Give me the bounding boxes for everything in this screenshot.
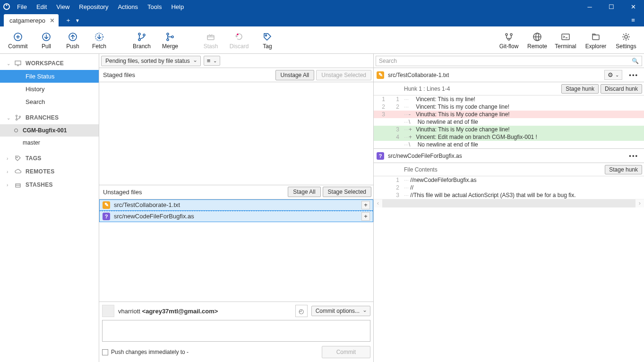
- push-button[interactable]: Push: [60, 27, 86, 53]
- svg-point-35: [17, 157, 17, 158]
- tag-icon: [14, 155, 22, 162]
- svg-point-22: [508, 38, 510, 40]
- menu-edit[interactable]: Edit: [33, 1, 51, 12]
- unstage-selected-button[interactable]: Unstage Selected: [316, 70, 371, 80]
- stage-file-button[interactable]: +: [361, 212, 370, 221]
- cloud-icon: [14, 168, 22, 175]
- window-maximize[interactable]: ☐: [601, 0, 622, 13]
- branch-master[interactable]: master: [0, 137, 99, 149]
- chevron-down-icon: ⌄: [213, 58, 217, 63]
- menu-help[interactable]: Help: [167, 1, 188, 12]
- more-icon[interactable]: •••: [626, 152, 641, 159]
- stage-selected-button[interactable]: Stage Selected: [323, 187, 371, 197]
- push-immediately-checkbox[interactable]: [102, 349, 108, 355]
- commit-box: vharriott <agrey37mtl@gmail.com> ◴ Commi…: [99, 302, 373, 362]
- menu-file[interactable]: File: [13, 1, 31, 12]
- modified-icon: ✎: [103, 201, 110, 209]
- merge-button[interactable]: Merge: [157, 27, 183, 53]
- close-icon[interactable]: ✕: [50, 17, 55, 24]
- unstage-all-button[interactable]: Unstage All: [275, 70, 315, 80]
- remotes-section[interactable]: › REMOTES: [0, 165, 99, 178]
- stashes-section[interactable]: › STASHES: [0, 178, 99, 191]
- chevron-down-icon: ▼: [75, 18, 80, 23]
- menu-view[interactable]: View: [52, 1, 73, 12]
- settings-button[interactable]: Settings: [611, 27, 641, 53]
- window-close[interactable]: ✕: [622, 0, 644, 13]
- chevron-down-icon: ⌄: [7, 61, 10, 66]
- sidebar: ⌄ WORKSPACE File Status History Search ⌄…: [0, 54, 99, 362]
- app-logo: [0, 3, 13, 10]
- staged-title: Staged files: [103, 71, 274, 78]
- commit-button[interactable]: Commit: [3, 27, 33, 53]
- pull-button[interactable]: Pull: [33, 27, 60, 53]
- hamburger-icon[interactable]: ≡: [622, 13, 644, 26]
- explorer-button[interactable]: Explorer: [581, 27, 611, 53]
- diff-file-path: src/TestCollaborate-1.txt: [388, 72, 601, 78]
- horizontal-scrollbar[interactable]: ‹›: [374, 199, 644, 207]
- hunk-label: File Contents: [376, 166, 603, 173]
- menu-tools[interactable]: Tools: [144, 1, 165, 12]
- stage-hunk-button[interactable]: Stage hunk: [605, 165, 642, 174]
- svg-point-34: [19, 116, 21, 118]
- svg-rect-26: [562, 34, 569, 40]
- repo-tab-label: catgamerepo: [9, 17, 45, 24]
- hunk-header: Hunk 1 : Lines 1-4 Stage hunk Discard hu…: [374, 82, 644, 95]
- svg-point-13: [143, 34, 145, 36]
- sidebar-item-file-status[interactable]: File Status: [0, 70, 99, 83]
- commit-options-dropdown[interactable]: Commit options...: [311, 306, 370, 316]
- commit-submit-button[interactable]: Commit: [322, 346, 370, 358]
- unstaged-file[interactable]: ✎ src/TestCollaborate-1.txt +: [99, 199, 373, 211]
- fetch-button[interactable]: Fetch: [86, 27, 112, 53]
- tag-button[interactable]: Tag: [254, 27, 281, 53]
- list-icon: ≡: [207, 57, 211, 64]
- diff-body[interactable]: 11··· Vincent: This is my line!22··· Vin…: [374, 95, 644, 148]
- diff-file-header: ? src/newCodeFileForBugfix.as •••: [374, 149, 644, 163]
- stash-button[interactable]: Stash: [197, 27, 224, 53]
- remote-button[interactable]: Remote: [524, 27, 550, 53]
- terminal-button[interactable]: Terminal: [550, 27, 581, 53]
- diff-file-path: src/newCodeFileForBugfix.as: [388, 153, 622, 159]
- svg-point-33: [16, 119, 17, 121]
- svg-point-16: [172, 36, 173, 38]
- branches-section[interactable]: ⌄ BRANCHES: [0, 111, 99, 124]
- diff-settings-button[interactable]: ⚙⌄: [604, 70, 622, 80]
- sidebar-item-history[interactable]: History: [0, 83, 99, 95]
- stage-hunk-button[interactable]: Stage hunk: [561, 84, 599, 94]
- branch-current[interactable]: CGM-Bugfix-001: [0, 124, 99, 137]
- avatar: [102, 305, 114, 317]
- unknown-icon: ?: [103, 213, 110, 220]
- commit-message-input[interactable]: [102, 320, 370, 342]
- svg-point-21: [510, 34, 512, 35]
- menu-actions[interactable]: Actions: [114, 1, 142, 12]
- toolbar: Commit Pull Push Fetch Branch Merge Stas…: [0, 26, 644, 54]
- gear-icon: ⚙: [608, 71, 613, 78]
- new-tab[interactable]: ＋▼: [61, 14, 84, 26]
- stage-all-button[interactable]: Stage All: [288, 187, 320, 197]
- history-icon[interactable]: ◴: [295, 305, 308, 317]
- diff-body[interactable]: 1··· //newCodeFileforBugfix.as2··· //3··…: [374, 176, 644, 199]
- unstaged-list: ✎ src/TestCollaborate-1.txt + ? src/newC…: [99, 199, 373, 302]
- discard-button[interactable]: ●Discard: [224, 27, 254, 53]
- sidebar-item-search[interactable]: Search: [0, 95, 99, 108]
- gitflow-button[interactable]: Git-flow: [494, 27, 524, 53]
- center-panel: Pending files, sorted by file status ≡⌄ …: [99, 54, 374, 362]
- search-input[interactable]: Search 🔍: [376, 56, 642, 66]
- workspace-section[interactable]: ⌄ WORKSPACE: [0, 57, 99, 70]
- unstaged-file[interactable]: ? src/newCodeFileForBugfix.as +: [99, 211, 373, 222]
- sort-dropdown[interactable]: Pending files, sorted by file status: [101, 56, 201, 66]
- unstaged-title: Unstaged files: [103, 189, 286, 196]
- tags-section[interactable]: › TAGS: [0, 152, 99, 165]
- discard-hunk-button[interactable]: Discard hunk: [601, 84, 642, 94]
- menu-repository[interactable]: Repository: [75, 1, 112, 12]
- view-mode-dropdown[interactable]: ≡⌄: [204, 56, 221, 66]
- branch-button[interactable]: Branch: [127, 27, 157, 53]
- push-immediately-label: Push changes immediately to -: [111, 349, 189, 355]
- hunk-label: Hunk 1 : Lines 1-4: [376, 86, 559, 92]
- window-minimize[interactable]: ─: [579, 0, 601, 13]
- repo-tab[interactable]: catgamerepo ✕: [4, 14, 59, 26]
- plus-icon: ＋: [65, 16, 71, 25]
- stage-file-button[interactable]: +: [361, 201, 370, 209]
- chevron-right-icon: ›: [7, 156, 10, 161]
- svg-point-1: [6, 5, 8, 6]
- more-icon[interactable]: •••: [626, 71, 641, 78]
